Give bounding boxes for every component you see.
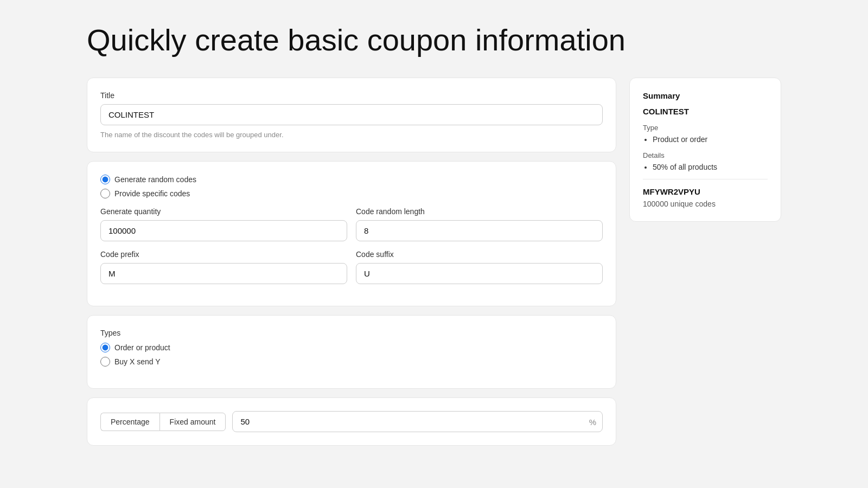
code-length-label: Code random length (356, 207, 603, 216)
discount-row: Percentage Fixed amount % (100, 411, 603, 432)
title-input[interactable] (100, 104, 603, 125)
summary-title: Summary (643, 91, 768, 100)
summary-card: Summary COLINTEST Type Product or order … (629, 78, 781, 222)
generate-qty-input[interactable] (100, 220, 347, 241)
generate-qty-group: Generate quantity (100, 207, 347, 241)
percent-input-wrapper: % (232, 411, 603, 432)
summary-details-label: Details (643, 151, 768, 159)
code-prefix-group: Code prefix (100, 250, 347, 284)
buy-x-send-y-option[interactable]: Buy X send Y (100, 357, 603, 367)
buy-x-send-y-label: Buy X send Y (114, 357, 161, 366)
types-radio-group: Order or product Buy X send Y (100, 343, 603, 367)
generate-random-label: Generate random codes (114, 175, 196, 184)
right-column: Summary COLINTEST Type Product or order … (629, 78, 781, 222)
percent-symbol: % (589, 417, 596, 426)
discount-value-input[interactable] (232, 411, 603, 432)
types-card: Types Order or product Buy X send Y (87, 315, 616, 389)
summary-details-list: 50% of all products (643, 163, 768, 171)
code-length-group: Code random length (356, 207, 603, 241)
summary-name: COLINTEST (643, 107, 768, 116)
fixed-amount-toggle-button[interactable]: Fixed amount (159, 413, 226, 431)
summary-type-list: Product or order (643, 135, 768, 144)
order-or-product-option[interactable]: Order or product (100, 343, 603, 352)
generate-random-radio[interactable] (100, 175, 110, 184)
code-suffix-group: Code suffix (356, 250, 603, 284)
order-or-product-radio[interactable] (100, 343, 110, 352)
generate-qty-label: Generate quantity (100, 207, 347, 216)
discount-value-card: Percentage Fixed amount % (87, 397, 616, 446)
buy-x-send-y-radio[interactable] (100, 357, 110, 367)
provide-specific-label: Provide specific codes (114, 189, 190, 198)
summary-type-label: Type (643, 124, 768, 132)
discount-toggle-group: Percentage Fixed amount (100, 413, 226, 431)
code-prefix-input[interactable] (100, 263, 347, 284)
left-column: Title The name of the discount the codes… (87, 78, 616, 446)
code-prefix-label: Code prefix (100, 250, 347, 259)
prefix-suffix-row: Code prefix Code suffix (100, 250, 603, 284)
types-label: Types (100, 329, 603, 337)
title-card: Title The name of the discount the codes… (87, 78, 616, 152)
summary-code: MFYWR2VPYU (643, 187, 768, 196)
title-helper-text: The name of the discount the codes will … (100, 131, 603, 139)
summary-divider (643, 179, 768, 179)
title-field-label: Title (100, 91, 603, 100)
summary-type-item: Product or order (653, 135, 768, 144)
order-or-product-label: Order or product (114, 343, 170, 352)
generate-qty-length-row: Generate quantity Code random length (100, 207, 603, 241)
codes-card: Generate random codes Provide specific c… (87, 161, 616, 306)
generate-random-option[interactable]: Generate random codes (100, 175, 603, 184)
summary-details-item: 50% of all products (653, 163, 768, 171)
percentage-toggle-button[interactable]: Percentage (100, 413, 159, 431)
code-type-radio-group: Generate random codes Provide specific c… (100, 175, 603, 198)
provide-specific-radio[interactable] (100, 189, 110, 198)
code-suffix-label: Code suffix (356, 250, 603, 259)
code-suffix-input[interactable] (356, 263, 603, 284)
page-title: Quickly create basic coupon information (87, 22, 781, 58)
code-length-input[interactable] (356, 220, 603, 241)
summary-unique-codes: 100000 unique codes (643, 200, 768, 208)
provide-specific-option[interactable]: Provide specific codes (100, 189, 603, 198)
